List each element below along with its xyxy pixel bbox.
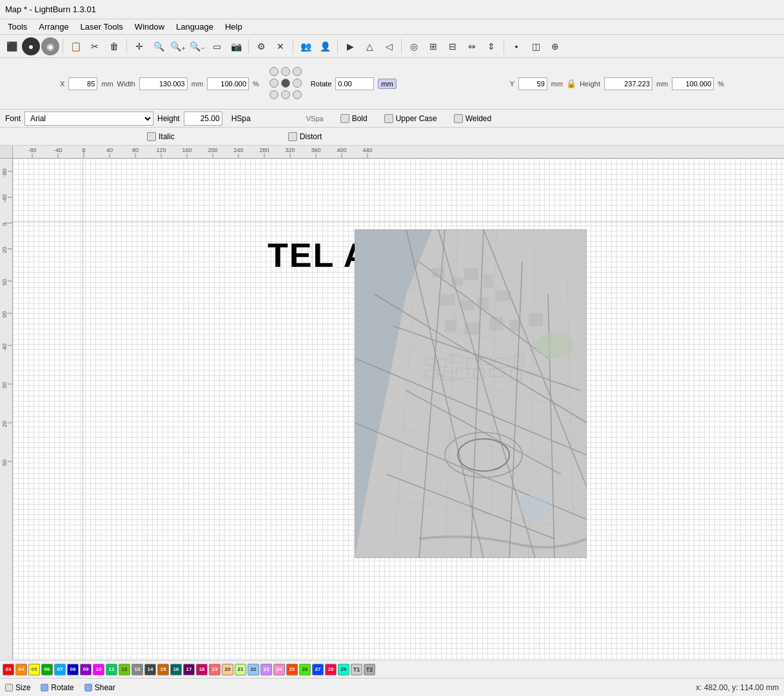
swatch-09[interactable]: 09: [80, 664, 92, 675]
swatch-10[interactable]: 10: [93, 664, 104, 675]
layer-button[interactable]: ▪: [507, 37, 525, 55]
circle-bl[interactable]: [270, 90, 279, 99]
scissors-button[interactable]: ✂: [86, 37, 104, 55]
swatch-T1[interactable]: T1: [351, 664, 362, 675]
circle-tl[interactable]: [270, 67, 279, 76]
y-input[interactable]: [518, 77, 547, 90]
user-button[interactable]: 👤: [316, 37, 334, 55]
font-label: Font: [5, 114, 21, 123]
swatch-22[interactable]: 22: [248, 664, 259, 675]
svg-text:00: 00: [1, 311, 8, 318]
circle-br[interactable]: [293, 90, 302, 99]
frame-button[interactable]: ◫: [527, 37, 545, 55]
italic-checkbox[interactable]: [147, 132, 156, 141]
settings-button[interactable]: ⚙: [252, 37, 270, 55]
swatch-14[interactable]: 14: [144, 664, 156, 675]
swatch-03[interactable]: 03: [3, 664, 14, 675]
font-select[interactable]: Arial Times New Roman Courier New: [24, 111, 153, 126]
swatch-13[interactable]: 13: [132, 664, 143, 675]
circle-mc[interactable]: [281, 79, 290, 88]
swatch-16[interactable]: 16: [170, 664, 182, 675]
font-height-input[interactable]: [184, 111, 222, 126]
menu-bar: Tools Arrange Laser Tools Window Languag…: [0, 19, 784, 35]
swatch-19[interactable]: 19: [209, 664, 220, 675]
swatch-28[interactable]: 28: [325, 664, 337, 675]
camera-button[interactable]: 📷: [227, 37, 245, 55]
height-pct-input[interactable]: [672, 77, 714, 90]
rotate-status-checkbox[interactable]: [41, 684, 48, 691]
swatch-29[interactable]: 29: [338, 664, 349, 675]
zoom-out-button[interactable]: 🔍₋: [188, 37, 206, 55]
users-button[interactable]: 👥: [297, 37, 315, 55]
map-image[interactable]: [355, 229, 587, 558]
zoom-in-button[interactable]: 🔍₊: [169, 37, 187, 55]
circle-mr[interactable]: [293, 79, 302, 88]
height-input[interactable]: [604, 77, 652, 90]
grid-button[interactable]: ⊟: [444, 37, 462, 55]
welded-checkbox[interactable]: [454, 114, 463, 123]
menu-tools[interactable]: Tools: [3, 21, 32, 33]
menu-help[interactable]: Help: [220, 21, 248, 33]
align-button[interactable]: ⇔: [463, 37, 481, 55]
distort-checkbox[interactable]: [288, 132, 297, 141]
lock-icon[interactable]: 🔒: [567, 79, 576, 89]
swatch-06[interactable]: 06: [41, 664, 53, 675]
swatch-07[interactable]: 07: [54, 664, 66, 675]
copy-button[interactable]: 📋: [66, 37, 84, 55]
rotate-input[interactable]: [335, 77, 374, 90]
x-input[interactable]: [68, 77, 97, 90]
swatch-15[interactable]: 15: [157, 664, 169, 675]
upper-case-checkbox[interactable]: [384, 114, 393, 123]
swatch-27[interactable]: 27: [312, 664, 324, 675]
swatch-T2[interactable]: T2: [364, 664, 375, 675]
swatch-17[interactable]: 17: [183, 664, 195, 675]
swatch-21[interactable]: 21: [235, 664, 246, 675]
circle-tc[interactable]: [281, 67, 290, 76]
new-file-button[interactable]: ⬛: [3, 37, 21, 55]
distribute-button[interactable]: ⇕: [482, 37, 500, 55]
size-checkbox[interactable]: [5, 684, 13, 691]
swatch-08[interactable]: 08: [67, 664, 79, 675]
swatch-23[interactable]: 23: [260, 664, 272, 675]
welded-label: Welded: [466, 114, 491, 123]
zoom-button[interactable]: 🔍: [150, 37, 168, 55]
canvas-area[interactable]: -80 -40 0 40 80 120 160 200 240: [0, 146, 784, 660]
select-rect-button[interactable]: ▭: [208, 37, 226, 55]
swatch-26[interactable]: 26: [299, 664, 311, 675]
add-button[interactable]: ✛: [130, 37, 148, 55]
swatch-11[interactable]: 11: [106, 664, 117, 675]
menu-laser-tools[interactable]: Laser Tools: [75, 21, 128, 33]
open-file-button[interactable]: ●: [22, 37, 40, 55]
circle-tr[interactable]: [293, 67, 302, 76]
swatch-05[interactable]: 05: [28, 664, 40, 675]
svg-rect-86: [438, 294, 455, 305]
save-file-button[interactable]: ◉: [41, 37, 59, 55]
tools-button[interactable]: ✕: [271, 37, 289, 55]
swatch-12[interactable]: 12: [119, 664, 130, 675]
circle-bc[interactable]: [281, 90, 290, 99]
sep5: [337, 39, 338, 54]
shear-group: Shear: [84, 683, 115, 692]
plus-circle-button[interactable]: ⊕: [546, 37, 564, 55]
run-button[interactable]: ▶: [341, 37, 359, 55]
rotate-unit-badge[interactable]: mm: [378, 79, 396, 89]
menu-arrange[interactable]: Arrange: [34, 21, 74, 33]
arrow-button[interactable]: ◁: [380, 37, 398, 55]
shear-checkbox[interactable]: [84, 684, 92, 691]
swatch-04[interactable]: 04: [15, 664, 27, 675]
width-pct-input[interactable]: [207, 77, 249, 90]
swatch-18[interactable]: 18: [196, 664, 208, 675]
triangle-button[interactable]: △: [360, 37, 378, 55]
target-button[interactable]: ◎: [405, 37, 423, 55]
swatch-20[interactable]: 20: [222, 664, 233, 675]
link-button[interactable]: ⊞: [424, 37, 442, 55]
swatch-25[interactable]: 25: [286, 664, 298, 675]
bold-group: Bold: [340, 114, 368, 123]
circle-ml[interactable]: [270, 79, 279, 88]
width-input[interactable]: [139, 77, 188, 90]
swatch-24[interactable]: 24: [273, 664, 285, 675]
bold-checkbox[interactable]: [340, 114, 349, 123]
menu-window[interactable]: Window: [130, 21, 170, 33]
menu-language[interactable]: Language: [171, 21, 219, 33]
delete-button[interactable]: 🗑: [105, 37, 123, 55]
